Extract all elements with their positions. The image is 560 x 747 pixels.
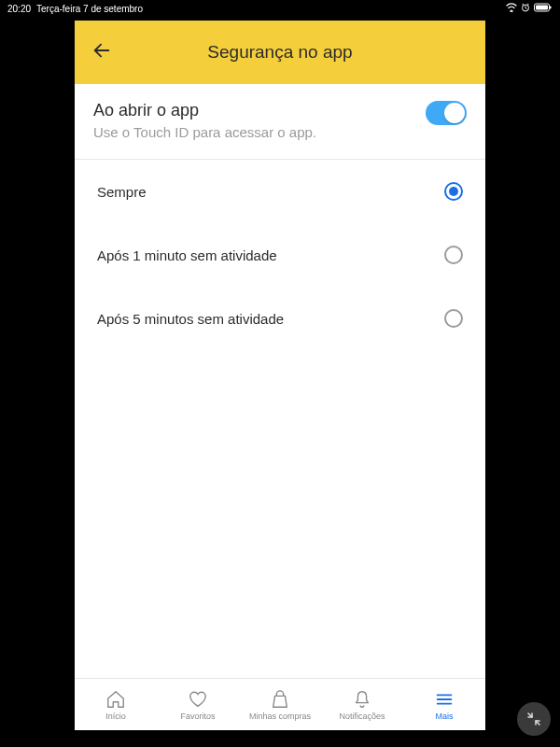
- nav-label: Início: [105, 712, 126, 721]
- collapse-icon: [526, 712, 541, 726]
- svg-rect-6: [536, 6, 548, 10]
- option-always[interactable]: Sempre: [75, 160, 485, 223]
- nav-label: Mais: [435, 712, 453, 721]
- page-title: Segurança no app: [75, 42, 485, 63]
- nav-item-more[interactable]: Mais: [403, 689, 485, 721]
- nav-label: Favoritos: [180, 712, 215, 721]
- svg-rect-7: [550, 7, 552, 9]
- arrow-left-icon: [91, 40, 112, 61]
- bell-icon: [352, 689, 372, 710]
- nav-label: Notificações: [339, 712, 385, 721]
- svg-line-2: [525, 8, 527, 9]
- menu-icon: [434, 689, 455, 710]
- home-icon: [105, 689, 126, 710]
- status-date: Terça-feira 7 de setembro: [36, 4, 143, 14]
- bottom-navigation: Início Favoritos Minhas compras Notifica…: [75, 678, 485, 730]
- status-bar: 20:20 Terça-feira 7 de setembro: [0, 0, 560, 17]
- option-label: Após 1 minuto sem atividade: [97, 247, 277, 263]
- wifi-icon: [506, 3, 517, 14]
- touch-id-section: Ao abrir o app Use o Touch ID para acess…: [75, 84, 485, 160]
- svg-line-3: [523, 4, 525, 5]
- radio-selected-icon: [444, 182, 463, 201]
- heart-icon: [188, 689, 208, 710]
- nav-item-home[interactable]: Início: [75, 689, 157, 721]
- option-after-1-min[interactable]: Após 1 minuto sem atividade: [75, 223, 485, 287]
- option-label: Sempre: [97, 184, 147, 200]
- bag-icon: [270, 689, 290, 710]
- nav-item-notifications[interactable]: Notificações: [321, 689, 403, 721]
- touch-id-toggle[interactable]: [426, 101, 467, 125]
- nav-item-favorites[interactable]: Favoritos: [157, 689, 239, 721]
- section-title: Ao abrir o app: [93, 101, 426, 120]
- back-button[interactable]: [91, 40, 112, 64]
- app-header: Segurança no app: [75, 21, 485, 84]
- app-frame: Segurança no app Ao abrir o app Use o To…: [75, 21, 485, 730]
- nav-label: Minhas compras: [249, 712, 311, 721]
- alarm-icon: [521, 3, 530, 14]
- option-after-5-min[interactable]: Após 5 minutos sem atividade: [75, 287, 485, 350]
- content-area: Ao abrir o app Use o Touch ID para acess…: [75, 84, 485, 678]
- section-description: Use o Touch ID para acessar o app.: [93, 124, 426, 140]
- svg-line-4: [527, 4, 529, 5]
- collapse-button[interactable]: [517, 702, 551, 736]
- status-icons: [506, 3, 553, 14]
- option-label: Após 5 minutos sem atividade: [97, 311, 284, 327]
- toggle-knob: [444, 103, 465, 123]
- radio-unselected-icon: [444, 246, 463, 264]
- nav-item-purchases[interactable]: Minhas compras: [239, 689, 321, 721]
- status-time: 20:20: [7, 4, 31, 14]
- radio-unselected-icon: [444, 309, 463, 328]
- battery-icon: [534, 3, 553, 14]
